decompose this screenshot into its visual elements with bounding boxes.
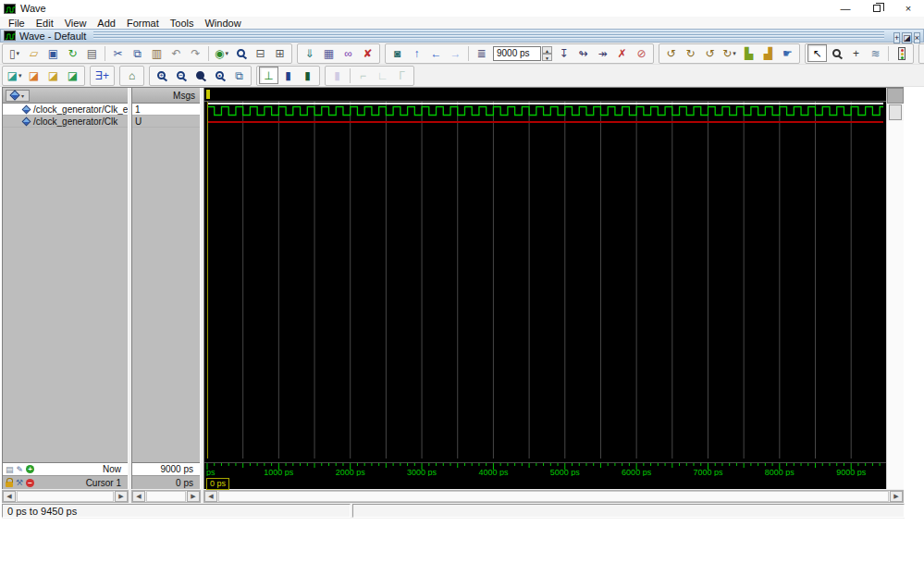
pane-drag-handle[interactable]: [93, 31, 884, 40]
menu-tools[interactable]: Tools: [165, 18, 200, 29]
link-button[interactable]: ∞: [339, 44, 358, 62]
close-button[interactable]: ×: [893, 1, 924, 16]
signal-value-row[interactable]: 1: [132, 104, 200, 116]
run-length-spinner[interactable]: ▲▼: [542, 46, 552, 61]
expanded-time-off-button[interactable]: ⊥: [259, 67, 278, 84]
names-scroll-track[interactable]: [17, 491, 114, 502]
redo-button[interactable]: ↷: [186, 44, 205, 62]
undock-pane-button[interactable]: ◪: [902, 32, 912, 43]
add-cursor-icon[interactable]: +: [26, 465, 34, 473]
signal-name-row[interactable]: /clock_generator/Clk: [3, 116, 128, 128]
menu-view[interactable]: View: [59, 18, 92, 29]
restart-zero-button[interactable]: ↻: [681, 44, 700, 62]
values-hscrollbar[interactable]: ◀ ▶: [131, 490, 201, 503]
trace-event-button[interactable]: ◪▾: [5, 67, 24, 84]
wave-pane-header[interactable]: Wave - Default +◪×: [0, 29, 924, 43]
reload-button[interactable]: ↻: [63, 44, 82, 62]
lock-cursor-icon[interactable]: [6, 482, 13, 487]
run-length-button[interactable]: ≣: [472, 44, 491, 62]
edit-mode-button[interactable]: ≋: [866, 44, 885, 62]
cut-button[interactable]: ✂: [108, 44, 128, 62]
forward-button[interactable]: →: [446, 44, 465, 62]
compile-button[interactable]: ⇓: [300, 44, 319, 62]
memory-profile-button[interactable]: ▟: [758, 44, 778, 62]
restart-button[interactable]: ◙: [388, 44, 407, 62]
wave-vertical-scrollbar[interactable]: [886, 88, 904, 489]
memory-button[interactable]: ▦: [319, 44, 339, 62]
collapse-all-button[interactable]: ⊟: [251, 44, 270, 62]
building-button[interactable]: ⌂: [122, 67, 142, 84]
pan-mode-button[interactable]: +: [846, 44, 866, 62]
waveform-canvas[interactable]: [204, 102, 886, 462]
run-all-button[interactable]: ↠: [593, 44, 612, 62]
close-pane-button[interactable]: ×: [914, 32, 920, 43]
copy-button[interactable]: ⧉: [128, 44, 147, 62]
dock-pane-button[interactable]: +: [893, 32, 900, 43]
names-hscrollbar[interactable]: ◀ ▶: [2, 490, 129, 503]
edit-cursors-icon[interactable]: ✎: [17, 465, 24, 474]
performance-profile-button[interactable]: ▙: [739, 44, 758, 62]
expanded-time-deltas-button[interactable]: ▮: [278, 67, 298, 84]
values-scroll-track[interactable]: [146, 491, 186, 502]
paste-button[interactable]: ▥: [147, 44, 166, 62]
hand-button[interactable]: ☛: [778, 44, 797, 62]
zoom-range-button[interactable]: ⧉: [229, 67, 249, 84]
stop-button[interactable]: ⊘: [632, 44, 651, 62]
zoom-mode-button[interactable]: [827, 44, 846, 62]
expanded-time-events-button[interactable]: ▮: [298, 67, 317, 84]
scroll-right-icon[interactable]: ▶: [115, 491, 128, 502]
scroll-right-icon[interactable]: ▶: [890, 491, 903, 502]
delete-cursor-icon[interactable]: −: [26, 479, 34, 487]
zoom-full-button[interactable]: [191, 67, 210, 84]
trace-x-button[interactable]: ◪: [43, 67, 63, 84]
next-event-button[interactable]: ↺: [700, 44, 720, 62]
menu-format[interactable]: Format: [121, 18, 165, 29]
scroll-right-icon[interactable]: ▶: [187, 491, 200, 502]
save-button[interactable]: ▣: [43, 44, 63, 62]
menu-edit[interactable]: Edit: [31, 18, 59, 29]
wave-hscrollbar[interactable]: ◀ ▶: [203, 490, 904, 503]
menu-file[interactable]: File: [3, 18, 31, 29]
zoom-cursor-button[interactable]: •: [210, 67, 229, 84]
signal-filter-button[interactable]: ▾: [6, 90, 30, 102]
minimize-button[interactable]: —: [830, 1, 861, 16]
run-button[interactable]: ↧: [554, 44, 573, 62]
continue-run-button[interactable]: ↬: [573, 44, 593, 62]
zoom-out-button[interactable]: −: [171, 67, 191, 84]
signal-name-row[interactable]: /clock_generator/Clk_en: [3, 104, 128, 116]
combine-signals-button[interactable]: Ǝ+: [92, 67, 112, 84]
spin-down-icon[interactable]: ▼: [542, 54, 552, 61]
find-button[interactable]: [231, 44, 251, 62]
scroll-left-icon[interactable]: ◀: [3, 491, 16, 502]
expand-all-button[interactable]: ⊞: [270, 44, 290, 62]
event-options-button[interactable]: ↻▾: [720, 44, 739, 62]
vertical-scroll-thumb[interactable]: [889, 104, 902, 120]
up-button[interactable]: ↑: [407, 44, 426, 62]
signal-value-row[interactable]: U: [132, 116, 200, 128]
timeline-ruler[interactable]: 0 ps1000 ps2000 ps3000 ps4000 ps5000 ps6…: [204, 462, 886, 476]
scroll-left-icon[interactable]: ◀: [204, 491, 217, 502]
delete-button[interactable]: ✘: [358, 44, 377, 62]
cursor-time-box[interactable]: 0 ps: [206, 478, 229, 490]
new-file-button[interactable]: ▯▾: [5, 44, 24, 62]
wrench-icon[interactable]: ⚒: [16, 478, 23, 487]
stop-draw-button[interactable]: [892, 44, 911, 62]
run-length-input[interactable]: [493, 46, 541, 61]
vertical-scroll-track[interactable]: [887, 121, 904, 489]
undo-button[interactable]: ↶: [166, 44, 186, 62]
restore-button[interactable]: [861, 1, 893, 16]
cursor1-row[interactable]: ⚒− Cursor 1: [3, 476, 128, 489]
simulate-button[interactable]: ◉▾: [212, 44, 231, 62]
zoom-in-button[interactable]: +: [152, 67, 171, 84]
print-button[interactable]: ▤: [82, 44, 102, 62]
prev-event-button[interactable]: ↺: [661, 44, 681, 62]
back-button[interactable]: ←: [426, 44, 446, 62]
trace-reset-button[interactable]: ◪: [63, 67, 82, 84]
select-mode-button[interactable]: ↖: [807, 44, 827, 62]
cursor-flag-icon[interactable]: [206, 90, 210, 99]
open-file-button[interactable]: ▱: [24, 44, 43, 62]
scroll-left-icon[interactable]: ◀: [132, 491, 145, 502]
trace-active-driver-button[interactable]: ◪: [24, 67, 43, 84]
break-button[interactable]: ✗: [612, 44, 632, 62]
cursor-list-icon[interactable]: ▤: [6, 465, 14, 474]
